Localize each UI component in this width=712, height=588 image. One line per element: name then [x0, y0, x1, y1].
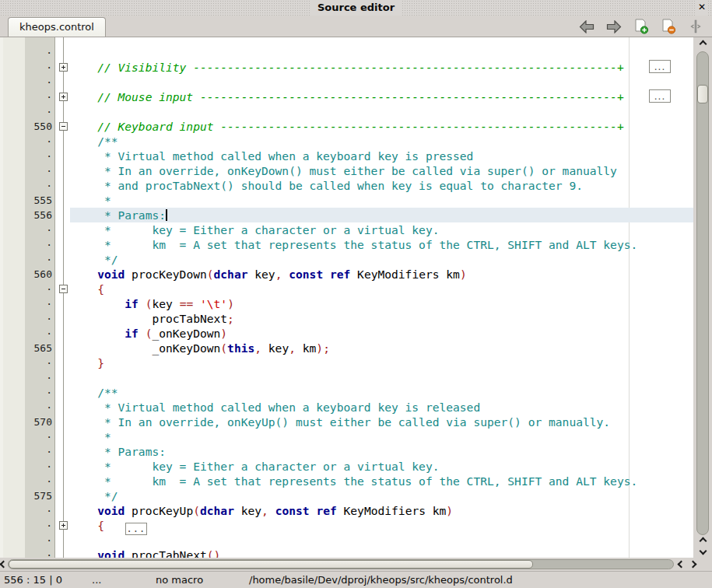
- fold-margin: [55, 548, 70, 558]
- code-line[interactable]: · }: [0, 355, 693, 370]
- scroll-left-button-right[interactable]: [675, 558, 686, 571]
- line-number: 555: [0, 193, 55, 208]
- code-line[interactable]: 565 _onKeyDown(this, key, km);: [0, 341, 693, 355]
- line-number: ·: [0, 459, 55, 474]
- horizontal-scroll-thumb[interactable]: [9, 560, 533, 569]
- code-line[interactable]: 575 */: [0, 488, 693, 503]
- code-line[interactable]: · * Virtual method called when a keyboar…: [0, 400, 693, 415]
- code-line[interactable]: · void procKeyUp(dchar key, const ref Ke…: [0, 503, 693, 518]
- chevron-left-icon: [0, 561, 7, 569]
- code-line[interactable]: · // Mouse input -----------------------…: [0, 89, 693, 104]
- code-text: * km = A set that represents the status …: [70, 474, 693, 488]
- code-line[interactable]: · if (_onKeyDown): [0, 326, 693, 341]
- code-line[interactable]: · * Virtual method called when a keyboar…: [0, 149, 693, 163]
- fold-toggle-icon[interactable]: [59, 521, 68, 530]
- fold-margin: [55, 474, 70, 488]
- code-line[interactable]: · * km = A set that represents the statu…: [0, 237, 693, 252]
- fold-margin: [55, 75, 70, 89]
- editor-pane[interactable]: ·· // Visibility -----------------------…: [0, 37, 712, 558]
- fold-margin: [55, 222, 70, 237]
- code-line[interactable]: · * key = Either a character or a virtua…: [0, 222, 693, 237]
- fold-margin: [55, 208, 70, 222]
- close-document-button[interactable]: [660, 19, 677, 34]
- code-line[interactable]: · *: [0, 429, 693, 444]
- line-number: ·: [0, 326, 55, 341]
- code-line[interactable]: · // Visibility ------------------------…: [0, 60, 693, 75]
- code-text: [70, 45, 693, 60]
- code-text: _onKeyDown(this, key, km);: [70, 341, 693, 355]
- go-forward-button[interactable]: [605, 19, 623, 34]
- line-number: 570: [0, 415, 55, 429]
- editor-toolbar: [578, 19, 704, 34]
- code-line[interactable]: 555 *: [0, 193, 693, 208]
- folded-code-ellipsis[interactable]: ...: [649, 60, 671, 73]
- fold-margin: [55, 134, 70, 149]
- code-text: * Virtual method called when a keyboard …: [70, 400, 693, 415]
- scroll-up-button[interactable]: [693, 39, 712, 48]
- code-line[interactable]: · * Params:: [0, 444, 693, 459]
- code-line[interactable]: · if (key == '\t'): [0, 296, 693, 311]
- go-back-button[interactable]: [578, 19, 595, 34]
- horizontal-scrollbar[interactable]: [0, 558, 712, 571]
- tab-kheops-control[interactable]: kheops.control: [8, 17, 106, 37]
- fold-margin: [55, 267, 70, 282]
- fold-toggle-icon[interactable]: [59, 285, 68, 293]
- code-text: * key = Either a character or a virtual …: [70, 459, 693, 474]
- line-number: ·: [0, 533, 55, 548]
- code-line[interactable]: · * and procTabNext() should be called w…: [0, 178, 693, 193]
- line-number: ·: [0, 60, 55, 75]
- code-line[interactable]: · /**: [0, 134, 693, 149]
- document-plus-icon: [634, 19, 649, 34]
- code-line[interactable]: ·: [0, 75, 693, 89]
- fold-margin: [55, 429, 70, 444]
- code-text: * key = Either a character or a virtual …: [70, 222, 693, 237]
- code-line[interactable]: · */: [0, 252, 693, 267]
- split-view-button[interactable]: [687, 19, 704, 34]
- fold-margin: [55, 533, 70, 548]
- fold-margin: [55, 296, 70, 311]
- vertical-scroll-thumb[interactable]: [697, 85, 708, 103]
- file-path: /home/basile/Dev/dproj/kheops/src/kheops…: [249, 573, 513, 587]
- code-line[interactable]: 550 // Keyboard input ------------------…: [0, 119, 693, 134]
- close-window-icon[interactable]: ✕: [696, 0, 708, 16]
- code-line[interactable]: · * key = Either a character or a virtua…: [0, 459, 693, 474]
- fold-toggle-icon[interactable]: [59, 93, 68, 101]
- scroll-up-button-bottom[interactable]: [693, 536, 712, 545]
- line-number: 565: [0, 341, 55, 355]
- fold-toggle-icon[interactable]: [59, 63, 68, 72]
- code-line[interactable]: ·: [0, 104, 693, 119]
- code-line[interactable]: ·: [0, 45, 693, 60]
- code-line[interactable]: · /**: [0, 385, 693, 400]
- fold-margin: [55, 355, 70, 370]
- code-line[interactable]: · {: [0, 282, 693, 296]
- code-line[interactable]: · void procTabNext(): [0, 548, 693, 558]
- macro-status: no macro: [156, 573, 203, 587]
- code-line[interactable]: · procTabNext;: [0, 311, 693, 326]
- scroll-down-button[interactable]: [693, 546, 712, 555]
- scroll-right-button[interactable]: [687, 558, 698, 571]
- chevron-right-icon: [689, 561, 696, 569]
- line-number: ·: [0, 134, 55, 149]
- folded-code-ellipsis[interactable]: ...: [649, 89, 671, 103]
- code-text: {...: [70, 518, 693, 533]
- code-line[interactable]: ·: [0, 533, 693, 548]
- code-line[interactable]: 560 void procKeyDown(dchar key, const re…: [0, 267, 693, 282]
- vertical-scrollbar[interactable]: [693, 37, 712, 558]
- vertical-scroll-track[interactable]: [696, 51, 709, 535]
- code-line[interactable]: ·: [0, 370, 693, 385]
- code-line[interactable]: 556 * Params:: [0, 208, 693, 222]
- tab-bar: kheops.control: [0, 16, 712, 37]
- code-line[interactable]: · * In an override, onKeyDown() must eit…: [0, 163, 693, 178]
- fold-toggle-icon[interactable]: [59, 122, 68, 131]
- code-line[interactable]: · {...: [0, 518, 693, 533]
- line-number: ·: [0, 296, 55, 311]
- source-editor-window: Source editor ✕ kheops.control: [0, 0, 712, 588]
- chevron-up-icon: [699, 537, 707, 544]
- arrow-left-icon: [579, 20, 595, 33]
- code-line[interactable]: 570 * In an override, onKeyUp() must eit…: [0, 415, 693, 429]
- fold-margin: [55, 370, 70, 385]
- new-document-button[interactable]: [633, 19, 650, 34]
- fold-margin: [55, 119, 70, 134]
- line-number: ·: [0, 104, 55, 119]
- code-line[interactable]: · * km = A set that represents the statu…: [0, 474, 693, 488]
